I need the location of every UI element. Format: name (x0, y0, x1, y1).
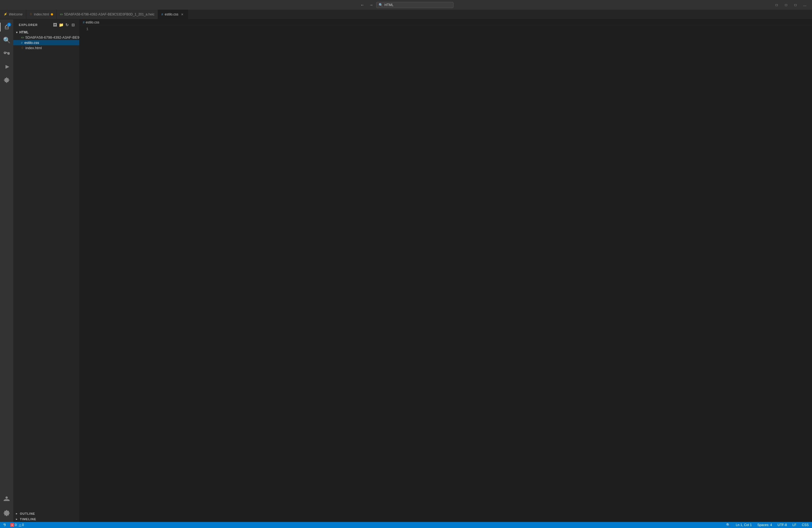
extensions-icon (4, 77, 10, 83)
layout-sidebar-right-button[interactable]: □ (792, 2, 799, 8)
tab-heic-label: 5DA6FA58-6798-4392-A3AF-BE9C53D3FB0D_1_2… (64, 12, 155, 16)
forward-button[interactable]: → (367, 2, 375, 8)
encoding-text: UTF-8 (778, 523, 787, 527)
settings-icon (4, 510, 10, 516)
heic-file-name: 5DA6FA58-6798-4392-A3AF-BE9... (25, 35, 79, 40)
code-area[interactable] (91, 25, 812, 522)
spaces-text: Spaces: 4 (757, 523, 772, 527)
heic-file-icon: ▭ (21, 35, 24, 39)
activity-item-source-control[interactable] (0, 47, 13, 60)
activity-item-account[interactable] (0, 492, 13, 505)
warning-count: 0 (22, 523, 24, 527)
folder-label-html[interactable]: ▼ HTML (13, 30, 79, 35)
status-errors[interactable]: ✕ 0 △ 0 (9, 522, 25, 528)
activity-item-settings[interactable] (0, 507, 13, 520)
status-encoding[interactable]: UTF-8 (777, 522, 788, 528)
tab-heic-file[interactable]: ▭ 5DA6FA58-6798-4392-A3AF-BE9C53D3FB0D_1… (57, 10, 158, 19)
timeline-label: Timeline (20, 517, 36, 521)
status-right: 🔍 Ln 1, Col 1 Spaces: 4 UTF-8 LF CSS (725, 522, 810, 528)
svg-point-0 (5, 497, 8, 499)
welcome-tab-icon: ⚡ (3, 12, 7, 16)
search-icon: 🔍 (379, 3, 383, 7)
sidebar-header: Explorer 🖼 📁 ↻ ⊟ (13, 19, 79, 29)
activity-item-extensions[interactable] (0, 73, 13, 87)
layout-panel-button[interactable]: □ (782, 2, 790, 8)
activity-item-run[interactable] (0, 60, 13, 73)
modified-dot (51, 13, 53, 15)
git-icon: ⅋ (3, 523, 6, 527)
status-line-ending[interactable]: LF (791, 522, 797, 528)
tab-welcome-label: Welcome (9, 12, 23, 16)
outline-label: Outline (20, 512, 35, 515)
close-tab-estilo-button[interactable]: × (180, 12, 185, 17)
tab-estilo-css[interactable]: # estilo.css × (158, 10, 188, 19)
tab-estilo-label: estilo.css (165, 12, 178, 16)
run-icon (4, 64, 10, 70)
back-button[interactable]: ← (359, 2, 366, 8)
line-numbers: 1 (79, 25, 91, 522)
html-file-icon: ♢ (21, 46, 24, 50)
layout-more-button[interactable]: … (801, 2, 809, 8)
css-file-icon: # (21, 41, 23, 44)
line-number-1: 1 (79, 27, 88, 32)
estilo-tab-icon: # (161, 13, 163, 16)
file-item-estilo-css[interactable]: # estilo.css (13, 40, 79, 45)
status-language[interactable]: CSS (801, 522, 810, 528)
breadcrumb-label: estilo.css (86, 20, 99, 24)
panel-outline[interactable]: ► Outline (13, 511, 79, 516)
activity-bar-bottom (0, 492, 13, 522)
status-bar: ⅋ ✕ 0 △ 0 🔍 Ln 1, Col 1 Spaces: 4 UTF-8 … (0, 522, 812, 528)
line-ending-text: LF (793, 523, 796, 527)
tab-welcome[interactable]: ⚡ Welcome (0, 10, 26, 19)
tab-index-html[interactable]: ♢ index.html (26, 10, 57, 19)
panel-timeline[interactable]: ► Timeline (13, 516, 79, 522)
file-item-heic[interactable]: ▭ 5DA6FA58-6798-4392-A3AF-BE9... (13, 35, 79, 40)
account-icon (4, 496, 10, 502)
file-item-index-html[interactable]: ♢ index.html (13, 45, 79, 50)
folder-name: HTML (19, 30, 28, 34)
refresh-button[interactable]: ↻ (64, 22, 70, 28)
tab-index-html-label: index.html (34, 12, 49, 16)
new-file-button[interactable]: 🖼 (52, 22, 58, 28)
index-html-tab-icon: ♢ (30, 12, 32, 16)
status-position[interactable]: Ln 1, Col 1 (735, 522, 753, 528)
index-html-name: index.html (25, 46, 42, 50)
status-branch[interactable]: ⅋ (2, 522, 7, 528)
folder-arrow: ▼ (15, 31, 18, 34)
timeline-arrow: ► (15, 518, 18, 520)
activity-badge: 1 (7, 23, 11, 27)
source-control-icon (4, 50, 10, 57)
folder-section: ▼ HTML ▭ 5DA6FA58-6798-4392-A3AF-BE9... … (13, 29, 79, 51)
activity-item-search[interactable]: 🔍 (0, 34, 13, 47)
estilo-css-name: estilo.css (24, 41, 39, 45)
activity-bar: ⎙ 1 🔍 (0, 19, 13, 522)
error-count: 0 (15, 523, 17, 527)
title-bar: ← → 🔍 HTML □ □ □ … (0, 0, 812, 10)
main-layout: ⎙ 1 🔍 (0, 19, 812, 522)
warning-icon: △ (19, 523, 21, 527)
breadcrumb-icon: # (83, 21, 85, 24)
search-activity-icon: 🔍 (3, 37, 11, 44)
editor-area: # estilo.css 1 (79, 19, 812, 522)
layout-sidebar-left-button[interactable]: □ (773, 2, 781, 8)
status-zoom[interactable]: 🔍 (725, 522, 731, 528)
search-bar[interactable]: 🔍 HTML (376, 2, 453, 8)
sidebar-actions: 🖼 📁 ↻ ⊟ (52, 22, 76, 28)
search-text: HTML (385, 3, 394, 7)
position-text: Ln 1, Col 1 (736, 523, 752, 527)
language-text: CSS (802, 523, 809, 527)
breadcrumb-bar: # estilo.css (79, 19, 812, 25)
status-spaces[interactable]: Spaces: 4 (756, 522, 773, 528)
title-bar-right: □ □ □ … (773, 2, 809, 8)
collapse-button[interactable]: ⊟ (70, 22, 76, 28)
activity-item-explorer[interactable]: ⎙ 1 (0, 20, 13, 34)
zoom-icon: 🔍 (726, 523, 730, 527)
editor-content[interactable]: 1 (79, 25, 812, 522)
sidebar: Explorer 🖼 📁 ↻ ⊟ ▼ HTML ▭ 5DA6FA58-6798-… (13, 19, 79, 522)
title-bar-nav: ← → 🔍 HTML (359, 2, 453, 8)
sidebar-title: Explorer (19, 23, 38, 27)
error-icon: ✕ (10, 523, 14, 527)
heic-tab-icon: ▭ (60, 12, 63, 16)
new-folder-button[interactable]: 📁 (58, 22, 64, 28)
tab-bar: ⚡ Welcome ♢ index.html ▭ 5DA6FA58-6798-4… (0, 10, 812, 19)
